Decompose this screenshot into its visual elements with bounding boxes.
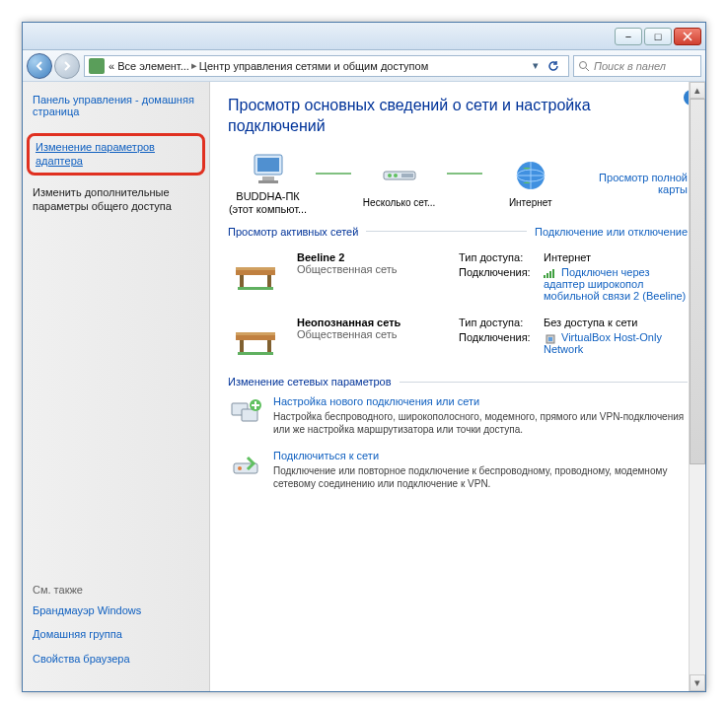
svg-rect-8 (401, 174, 413, 177)
section-label: Просмотр активных сетей (228, 226, 358, 238)
access-type-value: Интернет (544, 251, 688, 263)
bc-item[interactable]: Центр управления сетями и общим доступом (199, 60, 428, 72)
control-panel-home-link[interactable]: Панель управления - домашняя страница (33, 94, 199, 117)
svg-rect-3 (262, 176, 274, 180)
arrow-right-icon (61, 60, 73, 72)
task-new-connection[interactable]: Настройка нового подключения или сети На… (228, 395, 688, 436)
new-connection-icon (228, 395, 263, 431)
svg-rect-2 (257, 158, 279, 172)
adapter-settings-link[interactable]: Изменение параметров адаптера (27, 133, 205, 176)
svg-rect-26 (548, 337, 552, 341)
sidebar: Панель управления - домашняя страница Из… (23, 82, 210, 691)
chevron-right-icon: ▸ (191, 59, 197, 72)
task-title: Подключиться к сети (273, 450, 688, 461)
homegroup-link[interactable]: Домашняя группа (33, 627, 199, 641)
see-also: См. также Брандмауэр Windows Домашняя гр… (33, 584, 199, 675)
network-row: Beeline 2 Общественная сеть Тип доступа:… (228, 246, 688, 311)
window: − □ « Все элемент... ▸ Центр управления … (22, 22, 706, 692)
scrollbar[interactable]: ▴ ▾ (689, 82, 705, 691)
svg-rect-24 (238, 352, 273, 355)
access-type-label: Тип доступа: (459, 317, 544, 328)
bench-icon (228, 317, 283, 360)
close-icon (683, 32, 692, 41)
map-node-pc[interactable]: BUDDHA-ПК(этот компьют... (228, 151, 308, 216)
node-label: BUDDHA-ПК (236, 190, 299, 202)
svg-rect-19 (552, 269, 554, 278)
titlebar: − □ (23, 23, 705, 50)
maximize-button[interactable]: □ (644, 28, 672, 45)
connections-label: Подключения: (459, 266, 544, 302)
connection-value: Подключен через адаптер широкопол мобиль… (544, 266, 686, 302)
map-node-internet[interactable]: Интернет (490, 158, 570, 209)
connections-label: Подключения: (459, 331, 544, 355)
page-title: Просмотр основных сведений о сети и наст… (228, 96, 688, 137)
computer-icon (249, 151, 288, 186)
scroll-up-button[interactable]: ▴ (690, 82, 705, 99)
firewall-link[interactable]: Брандмауэр Windows (33, 603, 199, 617)
connection-link[interactable]: Подключен через адаптер широкопол мобиль… (544, 266, 688, 302)
minimize-button[interactable]: − (615, 28, 642, 45)
breadcrumb-box[interactable]: « Все элемент... ▸ Центр управления сетя… (84, 55, 569, 77)
svg-rect-4 (258, 180, 278, 183)
svg-point-31 (238, 466, 242, 470)
breadcrumb: « Все элемент... ▸ Центр управления сетя… (109, 59, 529, 72)
svg-rect-23 (267, 340, 271, 354)
address-bar: « Все элемент... ▸ Центр управления сетя… (23, 50, 705, 82)
connect-icon (228, 450, 263, 485)
full-map-link[interactable]: Просмотр полной карты (578, 172, 688, 195)
search-input[interactable]: Поиск в панел (573, 55, 701, 77)
globe-icon (511, 158, 550, 193)
sharing-settings-link[interactable]: Изменить дополнительные параметры общего… (33, 185, 199, 214)
svg-rect-13 (240, 275, 244, 289)
see-also-header: См. также (33, 584, 199, 596)
task-title: Настройка нового подключения или сети (273, 395, 688, 407)
maximize-icon: □ (655, 31, 662, 42)
dropdown-icon[interactable]: ▾ (533, 59, 539, 72)
section-label: Изменение сетевых параметров (228, 376, 392, 388)
bc-item[interactable]: « Все элемент... (109, 60, 189, 72)
bench-icon (228, 251, 283, 295)
network-name[interactable]: Beeline 2 (297, 251, 445, 263)
connection-link[interactable]: VirtualBox Host-Only Network (544, 331, 688, 355)
active-networks-header: Просмотр активных сетейПодключение или о… (228, 226, 688, 238)
refresh-icon (546, 59, 560, 73)
map-node-networks[interactable]: Несколько сет... (359, 158, 439, 209)
connection-value: VirtualBox Host-Only Network (544, 331, 662, 355)
scroll-thumb[interactable] (690, 99, 705, 464)
networks-icon (380, 158, 419, 193)
content: Панель управления - домашняя страница Из… (23, 82, 705, 691)
map-line (316, 173, 351, 175)
network-type: Общественная сеть (297, 263, 445, 275)
refresh-button[interactable] (543, 56, 564, 76)
node-label: Интернет (509, 197, 552, 209)
svg-rect-15 (238, 287, 273, 290)
svg-point-0 (580, 61, 587, 68)
browser-props-link[interactable]: Свойства браузера (33, 652, 199, 666)
adapter-icon (544, 333, 557, 343)
network-name[interactable]: Неопознанная сеть (297, 317, 445, 328)
node-sublabel: (этот компьют... (229, 203, 307, 215)
task-connect[interactable]: Подключиться к сети Подключение или повт… (228, 450, 688, 490)
scroll-down-button[interactable]: ▾ (690, 674, 705, 691)
svg-rect-21 (236, 332, 275, 335)
forward-button[interactable] (54, 53, 80, 79)
svg-rect-18 (549, 271, 551, 278)
search-placeholder: Поиск в панел (594, 60, 666, 72)
task-desc: Подключение или повторное подключение к … (273, 464, 688, 490)
network-type: Общественная сеть (297, 328, 445, 340)
close-button[interactable] (674, 28, 701, 45)
svg-rect-22 (240, 340, 244, 354)
back-button[interactable] (27, 53, 52, 79)
map-line (447, 173, 482, 175)
folder-icon (89, 58, 105, 74)
svg-rect-12 (236, 267, 275, 270)
signal-icon (544, 268, 557, 278)
minimize-icon: − (625, 31, 631, 42)
arrow-left-icon (34, 60, 45, 72)
task-desc: Настройка беспроводного, широкополосного… (273, 410, 688, 436)
access-type-value: Без доступа к сети (544, 317, 688, 328)
svg-point-6 (388, 174, 392, 177)
main-panel: ? Просмотр основных сведений о сети и на… (210, 82, 705, 691)
node-label: Несколько сет... (363, 197, 436, 209)
connect-disconnect-link[interactable]: Подключение или отключение (535, 226, 688, 238)
